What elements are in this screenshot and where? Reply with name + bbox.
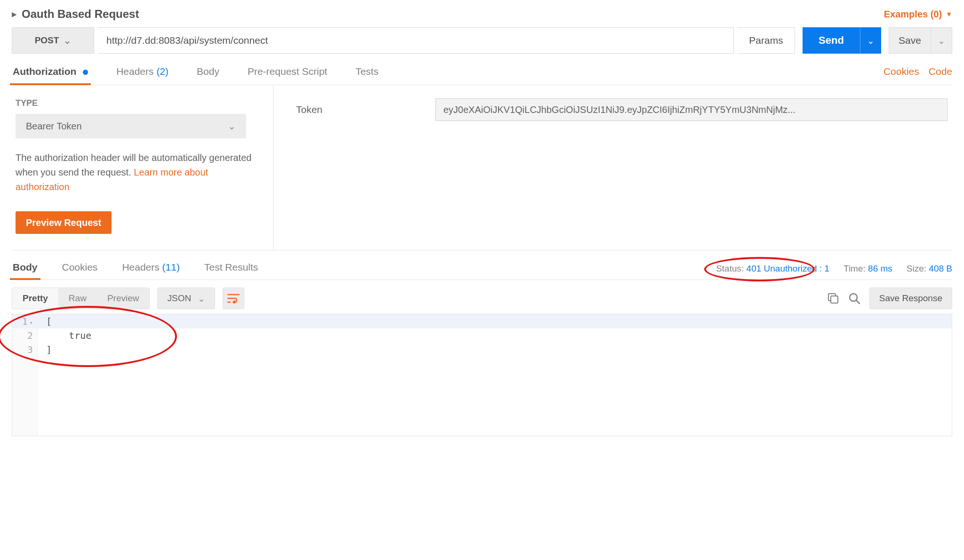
token-input[interactable] xyxy=(435,98,948,121)
chevron-down-icon: ⌄ xyxy=(64,35,71,46)
headers-count: (2) xyxy=(156,66,169,77)
response-tab-cookies[interactable]: Cookies xyxy=(61,262,99,280)
save-button[interactable]: Save xyxy=(889,27,931,54)
response-tab-headers[interactable]: Headers (11) xyxy=(121,262,181,280)
response-format-select[interactable]: JSON ⌄ xyxy=(157,288,215,309)
tab-label: Headers xyxy=(122,262,159,272)
response-time: Time: 86 ms xyxy=(844,264,892,274)
params-button[interactable]: Params xyxy=(738,27,795,54)
request-title: Oauth Based Request xyxy=(22,8,139,21)
tab-prerequest[interactable]: Pre-request Script xyxy=(247,66,328,85)
auth-hint: The authorization header will be automat… xyxy=(16,151,256,194)
search-icon xyxy=(848,292,861,305)
line-number: 3 xyxy=(12,344,38,355)
copy-response-button[interactable] xyxy=(827,292,839,304)
save-dropdown[interactable]: ⌄ xyxy=(931,27,952,54)
fold-icon[interactable]: ▾ xyxy=(30,320,33,326)
method-select[interactable]: POST ⌄ xyxy=(12,27,94,54)
examples-label: Examples (0) xyxy=(884,9,942,20)
tab-label: Headers xyxy=(116,66,153,77)
format-value: JSON xyxy=(167,293,191,304)
disclosure-toggle-icon[interactable]: ▶ xyxy=(12,10,17,18)
svg-rect-1 xyxy=(831,296,838,303)
send-dropdown[interactable]: ⌄ xyxy=(860,27,881,54)
view-raw[interactable]: Raw xyxy=(58,288,97,309)
auth-type-value: Bearer Token xyxy=(26,121,82,132)
wrap-icon xyxy=(227,293,240,304)
code-line: true xyxy=(38,330,91,341)
examples-dropdown[interactable]: Examples (0) ▼ xyxy=(884,9,952,20)
auth-type-select[interactable]: Bearer Token ⌄ xyxy=(16,114,246,138)
time-value: 86 ms xyxy=(868,264,892,273)
tab-headers[interactable]: Headers (2) xyxy=(115,66,169,85)
code-link[interactable]: Code xyxy=(929,66,952,77)
code-line: [ xyxy=(38,316,52,327)
auth-type-label: TYPE xyxy=(16,98,264,108)
svg-line-3 xyxy=(856,300,860,304)
chevron-down-icon: ⌄ xyxy=(198,293,205,304)
chevron-down-icon: ⌄ xyxy=(938,35,945,46)
response-size: Size: 408 B xyxy=(907,264,952,274)
view-pretty[interactable]: Pretty xyxy=(12,288,58,309)
send-button[interactable]: Send xyxy=(803,27,860,54)
chevron-down-icon: ⌄ xyxy=(867,35,875,46)
size-value: 408 B xyxy=(929,264,952,273)
response-view-segmented: Pretty Raw Preview xyxy=(12,288,150,309)
response-headers-count: (11) xyxy=(162,262,180,272)
tab-authorization[interactable]: Authorization xyxy=(12,66,89,85)
copy-icon xyxy=(827,292,839,304)
preview-request-button[interactable]: Preview Request xyxy=(16,211,112,234)
caret-down-icon: ▼ xyxy=(946,10,952,18)
tab-tests[interactable]: Tests xyxy=(354,66,379,85)
method-value: POST xyxy=(35,35,59,46)
url-input[interactable] xyxy=(98,27,734,54)
cookies-link[interactable]: Cookies xyxy=(884,66,919,77)
response-tab-tests[interactable]: Test Results xyxy=(203,262,259,280)
search-response-button[interactable] xyxy=(848,292,861,305)
chevron-down-icon: ⌄ xyxy=(228,120,236,132)
size-label: Size: xyxy=(907,264,926,273)
view-preview[interactable]: Preview xyxy=(97,288,150,309)
wrap-lines-button[interactable] xyxy=(223,288,244,309)
status-value: 401 Unauthorized : 1 xyxy=(747,264,829,273)
time-label: Time: xyxy=(844,264,866,273)
response-status: Status: 401 Unauthorized : 1 xyxy=(716,264,829,274)
tab-label: Authorization xyxy=(13,66,76,77)
token-label: Token xyxy=(296,104,418,115)
response-tab-body[interactable]: Body xyxy=(12,262,39,280)
status-label: Status: xyxy=(716,264,744,273)
response-body-viewer[interactable]: 1▾ [ 2 true 3 ] xyxy=(12,314,952,436)
save-response-button[interactable]: Save Response xyxy=(869,288,952,309)
line-number: 1▾ xyxy=(12,316,38,327)
line-number: 2 xyxy=(12,330,38,341)
modified-dot-icon xyxy=(83,70,88,75)
code-line: ] xyxy=(38,344,52,355)
tab-body[interactable]: Body xyxy=(196,66,220,85)
